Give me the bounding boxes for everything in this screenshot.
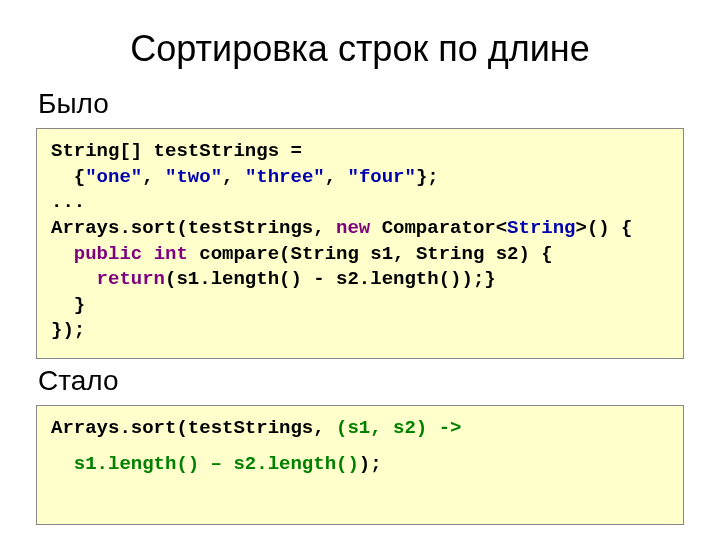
label-before: Было <box>38 88 684 120</box>
code-line: } <box>51 294 85 316</box>
code-line: {"one", "two", "three", "four"}; <box>51 166 439 188</box>
code-line: }); <box>51 319 85 341</box>
code-line: public int compare(String s1, String s2)… <box>51 243 553 265</box>
slide-title: Сортировка строк по длине <box>36 28 684 70</box>
code-line: Arrays.sort(testStrings, new Comparator<… <box>51 217 633 239</box>
code-line: String[] testStrings = <box>51 140 302 162</box>
code-line: ... <box>51 191 85 213</box>
code-before: String[] testStrings = {"one", "two", "t… <box>36 128 684 359</box>
code-line: return(s1.length() - s2.length());} <box>51 268 496 290</box>
code-after: Arrays.sort(testStrings, (s1, s2) -> s1.… <box>36 405 684 525</box>
code-line: Arrays.sort(testStrings, (s1, s2) -> <box>51 417 461 439</box>
code-line: s1.length() – s2.length()); <box>51 452 669 478</box>
label-after: Стало <box>38 365 684 397</box>
